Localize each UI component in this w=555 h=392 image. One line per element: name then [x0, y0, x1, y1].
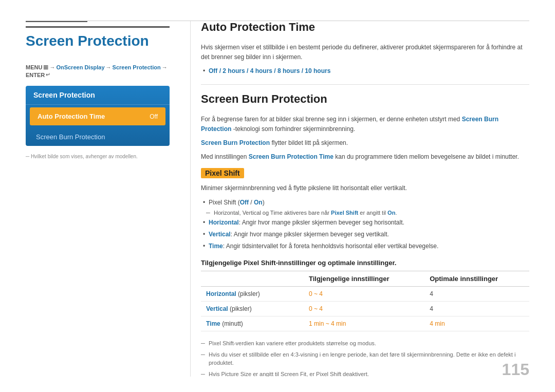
pixel-shift-section: Pixel Shift Minimer skjerminnbrenning ve…	[201, 168, 529, 251]
horizontal-cell-link: Horizontal	[206, 290, 236, 297]
menu-label: MENU	[26, 64, 42, 70]
sub-bullet-horizontal: Horizontal: Angir hvor mange piksler skj…	[201, 218, 529, 228]
menu-box-title: Screen Protection	[26, 86, 170, 105]
vertical-text: : Angir hvor mange piksler skjermen beve…	[231, 231, 389, 238]
left-column: Screen Protection MENU ▦ → OnScreen Disp…	[26, 21, 170, 377]
fn3-text-end: deaktivert.	[341, 371, 369, 377]
note-on: On	[387, 210, 395, 216]
fn3-text-mid: er angitt til	[251, 371, 281, 377]
desc2-link: Screen Burn Protection	[201, 139, 270, 146]
menu-item-value-auto: Off	[150, 113, 158, 120]
fn1-pixelshift: Pixel Shift	[209, 340, 234, 346]
range-value-t: 1 min ~ 4 min	[309, 320, 346, 327]
section-divider-1	[201, 84, 529, 85]
table-header-row: Tilgjengelige innstillinger Optimale inn…	[201, 271, 529, 287]
footer-note-3: Hvis Picture Size er angitt til Screen F…	[201, 370, 529, 377]
section2-title: Screen Burn Protection	[201, 92, 529, 108]
fn3-screenfit: Screen Fit	[281, 371, 306, 377]
desc3-end: kan du programmere tiden mellom bevegels…	[335, 153, 519, 160]
horizontal-text: : Angir hvor mange piksler skjermen beve…	[239, 219, 404, 226]
enter-label: ENTER	[26, 72, 45, 78]
pixel-shift-note: Horizontal, Vertical og Time aktiveres b…	[201, 210, 529, 216]
arrow2: →	[106, 64, 112, 70]
col-header-optimal: Optimale innstillinger	[424, 271, 529, 287]
range-value-h: 0 ~ 4	[309, 290, 323, 297]
section2-desc1: For å begrense faren for at bilder skal …	[201, 115, 529, 134]
onscreen-link: OnScreen Display	[56, 64, 104, 70]
menu-item-screen-burn[interactable]: Screen Burn Protection	[26, 128, 170, 146]
footer-note-2: Hvis du viser et stillbilde eller en 4:3…	[201, 350, 529, 367]
horizontal-label: Horizontal	[209, 219, 239, 226]
arrow1: →	[49, 64, 55, 70]
menu-item-auto-protection[interactable]: Auto Protection Time Off	[30, 107, 165, 125]
fn3-picturesize: Picture Size	[221, 371, 251, 377]
desc1-text: For å begrense faren for at bilder skal …	[201, 116, 462, 123]
section1-options-item: Off / 2 hours / 4 hours / 8 hours / 10 h…	[201, 66, 529, 76]
row-range-horizontal: 0 ~ 4	[304, 287, 424, 302]
section2-desc2: Screen Burn Protection flytter bildet li…	[201, 138, 529, 148]
fn3-text-mid2: , er	[306, 371, 316, 377]
page-number: 115	[502, 360, 529, 379]
fn2-text: Hvis du viser et stillbilde eller en	[209, 351, 291, 358]
col-header-label	[201, 271, 304, 287]
table-row-vertical: Vertical (piksler) 0 ~ 4 4	[201, 302, 529, 316]
menu-item-label-burn: Screen Burn Protection	[36, 133, 105, 141]
note-period: .	[395, 210, 397, 216]
note-text-start: Horizontal, Vertical og Time aktiveres b…	[214, 210, 331, 216]
row-range-time: 1 min ~ 4 min	[304, 316, 424, 331]
col-header-available: Tilgjengelige innstillinger	[304, 271, 424, 287]
options-text: Off / 2 hours / 4 hours / 8 hours / 10 h…	[209, 67, 330, 74]
desc3-link: Screen Burn Protection Time	[249, 153, 334, 160]
row-optimal-vertical: 4	[424, 302, 529, 316]
desc1-end: -teknologi som forhindrer skjerminnbrenn…	[233, 125, 355, 133]
row-label-vertical: Vertical (piksler)	[201, 302, 304, 316]
ps-off: Off	[240, 199, 249, 206]
note-pixel-shift: Pixel Shift	[331, 210, 358, 216]
fn1-text-end: -verdien kan variere etter produktets st…	[234, 340, 376, 346]
section1-title: Auto Protection Time	[201, 21, 529, 36]
ps-text-end: )	[263, 199, 265, 206]
desc2-end: flytter bildet litt på skjermen.	[271, 139, 348, 146]
row-optimal-horizontal: 4	[424, 287, 529, 302]
menu-path: MENU ▦ → OnScreen Display → Screen Prote…	[26, 64, 170, 78]
pixel-shift-desc: Minimer skjerminnbrenning ved å flytte p…	[201, 183, 529, 193]
vertical-label: Vertical	[209, 231, 231, 238]
page-title: Screen Protection	[26, 26, 170, 53]
ps-on: On	[254, 199, 263, 206]
section1-desc: Hvis skjermen viser et stillbilde i en b…	[201, 43, 529, 62]
sub-bullet-time: Time: Angir tidsintervallet for å foreta…	[201, 241, 529, 251]
note-text-end: er angitt til	[358, 210, 387, 216]
footer-note-1: Pixel Shift-verdien kan variere etter pr…	[201, 339, 529, 348]
menu-box: Screen Protection Auto Protection Time O…	[26, 86, 170, 146]
ps-slash: /	[249, 199, 254, 206]
menu-item-label-auto: Auto Protection Time	[38, 113, 105, 120]
left-footnote: Hvilket bilde som vises, avhenger av mod…	[26, 154, 170, 159]
time-label: Time	[209, 242, 223, 250]
vertical-cell-link: Vertical	[206, 305, 228, 312]
pixel-shift-label: Pixel Shift	[201, 168, 244, 178]
screen-protection-link: Screen Protection	[113, 64, 161, 70]
row-range-vertical: 0 ~ 4	[304, 302, 424, 316]
section2-desc3: Med innstillingen Screen Burn Protection…	[201, 152, 529, 162]
range-value-v: 0 ~ 4	[309, 305, 323, 312]
enter-icon: ↵	[46, 71, 50, 78]
section1-options-list: Off / 2 hours / 4 hours / 8 hours / 10 h…	[201, 66, 529, 76]
menu-icon: ▦	[43, 64, 48, 70]
time-text: : Angir tidsintervallet for å foreta hen…	[223, 242, 439, 250]
desc3-start: Med innstillingen	[201, 153, 249, 160]
fn2-ratio: 4:3	[291, 351, 299, 358]
sub-bullet-vertical: Vertical: Angir hvor mange piksler skjer…	[201, 230, 529, 239]
fn3-pixelshift: Pixel Shift	[316, 371, 341, 377]
pixel-shift-table: Tilgjengelige innstillinger Optimale inn…	[201, 271, 529, 331]
time-cell-link: Time	[206, 320, 220, 327]
row-optimal-time: 4 min	[424, 316, 529, 331]
table-row-time: Time (minutt) 1 min ~ 4 min 4 min	[201, 316, 529, 331]
pixel-shift-option: Pixel Shift (Off / On)	[201, 198, 529, 208]
row-label-time: Time (minutt)	[201, 316, 304, 331]
footer-notes: Pixel Shift-verdien kan variere etter pr…	[201, 339, 529, 377]
ps-text-start: Pixel Shift (	[209, 199, 240, 206]
row-label-horizontal: Horizontal (piksler)	[201, 287, 304, 302]
fn3-text-start: Hvis	[209, 371, 221, 377]
optimal-value-t: 4 min	[430, 320, 445, 327]
table-row-horizontal: Horizontal (piksler) 0 ~ 4 4	[201, 287, 529, 302]
